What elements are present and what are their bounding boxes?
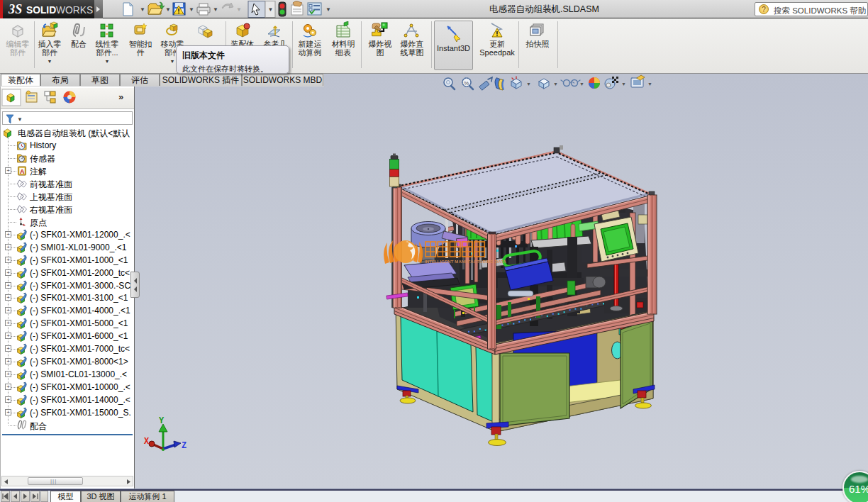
svg-text:INTELLIGENT MANUFACTURING DATA: INTELLIGENT MANUFACTURING DATA: [425, 259, 506, 264]
svg-text:SOLID: SOLID: [26, 5, 56, 16]
svg-text:▼: ▼: [268, 6, 274, 13]
svg-text:▼: ▼: [526, 82, 531, 87]
svg-text:▼: ▼: [326, 6, 331, 13]
svg-text:▼: ▼: [553, 82, 558, 87]
svg-text:▼: ▼: [236, 6, 242, 13]
svg-text:▼: ▼: [189, 6, 194, 13]
svg-text:WORKS: WORKS: [56, 5, 93, 16]
svg-text:Y: Y: [159, 416, 165, 426]
svg-text:▼: ▼: [621, 82, 626, 87]
svg-text:Z: Z: [182, 441, 187, 451]
svg-text:X: X: [144, 437, 150, 447]
svg-text:▼: ▼: [140, 6, 145, 13]
svg-text:▼: ▼: [165, 6, 171, 13]
svg-text:▼: ▼: [579, 82, 584, 87]
svg-text:ЗS: ЗS: [8, 2, 22, 16]
svg-text:▼: ▼: [647, 82, 652, 87]
svg-text:▼: ▼: [213, 6, 218, 13]
svg-text:%: %: [464, 80, 469, 87]
svg-text:»: »: [118, 91, 123, 102]
